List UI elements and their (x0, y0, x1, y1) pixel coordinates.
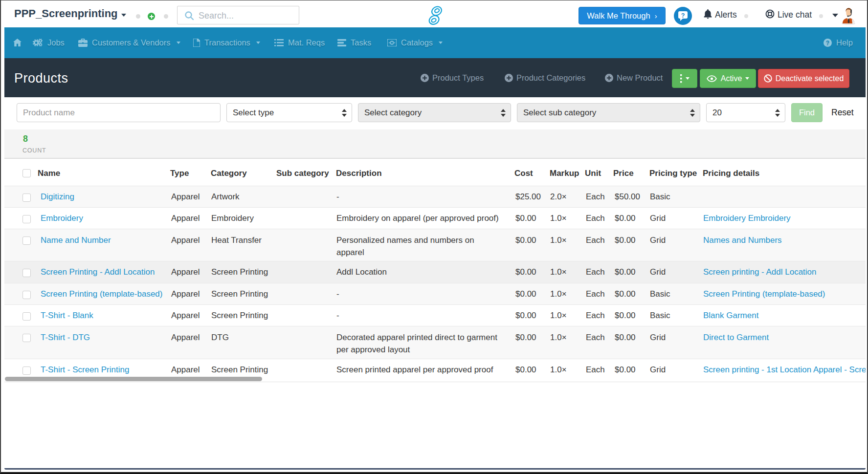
svg-text:?: ? (826, 39, 829, 46)
svg-text:?: ? (681, 12, 685, 19)
